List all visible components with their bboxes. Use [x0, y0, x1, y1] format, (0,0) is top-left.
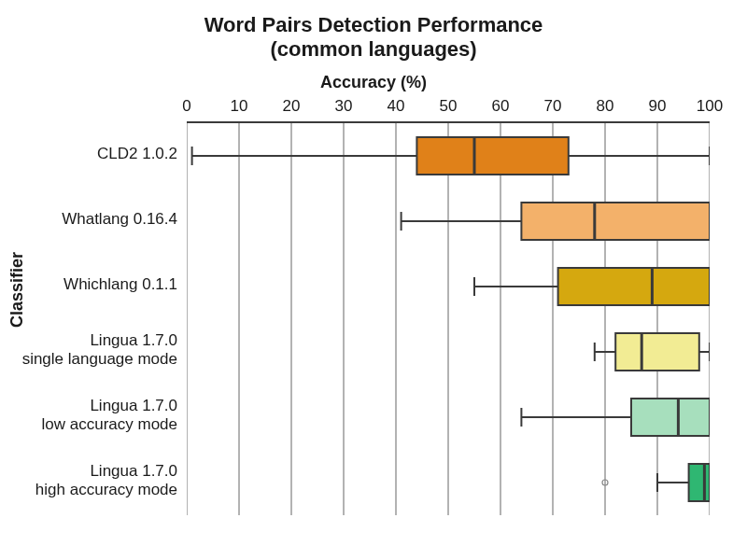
box-series [192, 137, 710, 501]
x-tick: 80 [591, 97, 619, 116]
x-tick: 100 [696, 97, 724, 116]
y-category-label: Whatlang 0.16.4 [0, 210, 177, 229]
x-axis-title: Accuracy (%) [0, 73, 747, 92]
x-tick: 40 [382, 97, 410, 116]
chart-title-line1: Word Pairs Detection Performance [0, 13, 747, 37]
y-category-label: Lingua 1.7.0high accuracy mode [0, 462, 177, 498]
x-tick: 20 [277, 97, 305, 116]
y-category-label: Whichlang 0.1.1 [0, 275, 177, 294]
x-tick: 30 [330, 97, 358, 116]
box-row [521, 399, 710, 436]
x-tick: 90 [643, 97, 671, 116]
x-tick: 50 [434, 97, 462, 116]
svg-rect-21 [521, 203, 710, 240]
x-tick: 70 [539, 97, 567, 116]
plot-area [187, 121, 710, 515]
svg-rect-15 [416, 137, 568, 175]
box-row [595, 333, 710, 371]
y-category-label: Lingua 1.7.0single language mode [0, 331, 177, 368]
y-category-label: Lingua 1.7.0low accuracy mode [0, 397, 177, 433]
x-tick: 60 [486, 97, 514, 116]
plot-svg [187, 123, 710, 515]
gridlines [187, 123, 710, 515]
svg-rect-33 [615, 333, 699, 371]
box-row [192, 137, 710, 175]
box-row [474, 268, 710, 305]
box-row [402, 203, 710, 240]
y-category-label: CLD2 1.0.2 [0, 145, 177, 163]
box-row [602, 464, 710, 501]
svg-rect-39 [631, 399, 710, 436]
x-tick: 10 [225, 97, 253, 116]
boxplot-chart: Word Pairs Detection Performance (common… [0, 0, 747, 560]
chart-title-line2: (common languages) [0, 37, 747, 62]
svg-rect-45 [689, 464, 710, 501]
x-tick: 0 [173, 97, 201, 116]
svg-rect-27 [558, 268, 710, 305]
